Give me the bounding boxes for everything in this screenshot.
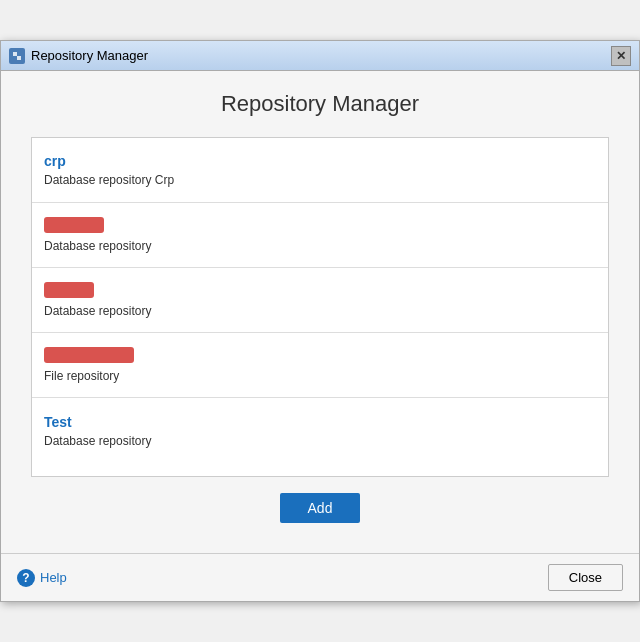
item-description-3: Database repository (44, 304, 596, 318)
help-label: Help (40, 570, 67, 585)
page-title: Repository Manager (31, 91, 609, 117)
item-description-crp: Database repository Crp (44, 173, 596, 187)
list-item[interactable]: Database repository (32, 268, 608, 333)
window-icon (9, 48, 25, 64)
title-bar: Repository Manager ✕ (1, 41, 639, 71)
list-item[interactable]: Database repository (32, 203, 608, 268)
footer: ? Help Close (1, 553, 639, 601)
help-link[interactable]: ? Help (17, 569, 67, 587)
item-name-crp: crp (44, 153, 596, 169)
item-name-redacted-2 (44, 282, 94, 298)
window-close-button[interactable]: ✕ (611, 46, 631, 66)
list-item[interactable]: File repository (32, 333, 608, 398)
list-item[interactable]: crp Database repository Crp (32, 138, 608, 203)
repository-list-scroll[interactable]: crp Database repository Crp Database rep… (32, 138, 608, 476)
item-description-4: File repository (44, 369, 596, 383)
item-description-test: Database repository (44, 434, 596, 448)
svg-rect-0 (13, 52, 17, 56)
title-bar-title: Repository Manager (31, 48, 148, 63)
svg-rect-1 (17, 56, 21, 60)
title-bar-left: Repository Manager (9, 48, 148, 64)
repository-list-container: crp Database repository Crp Database rep… (31, 137, 609, 477)
add-button[interactable]: Add (280, 493, 361, 523)
window-content: Repository Manager crp Database reposito… (1, 71, 639, 553)
list-item[interactable]: Test Database repository (32, 398, 608, 463)
item-name-test: Test (44, 414, 596, 430)
item-description-2: Database repository (44, 239, 596, 253)
add-button-row: Add (31, 477, 609, 533)
close-button[interactable]: Close (548, 564, 623, 591)
main-window: Repository Manager ✕ Repository Manager … (0, 40, 640, 602)
help-icon: ? (17, 569, 35, 587)
item-name-redacted-1 (44, 217, 104, 233)
item-name-redacted-3 (44, 347, 134, 363)
